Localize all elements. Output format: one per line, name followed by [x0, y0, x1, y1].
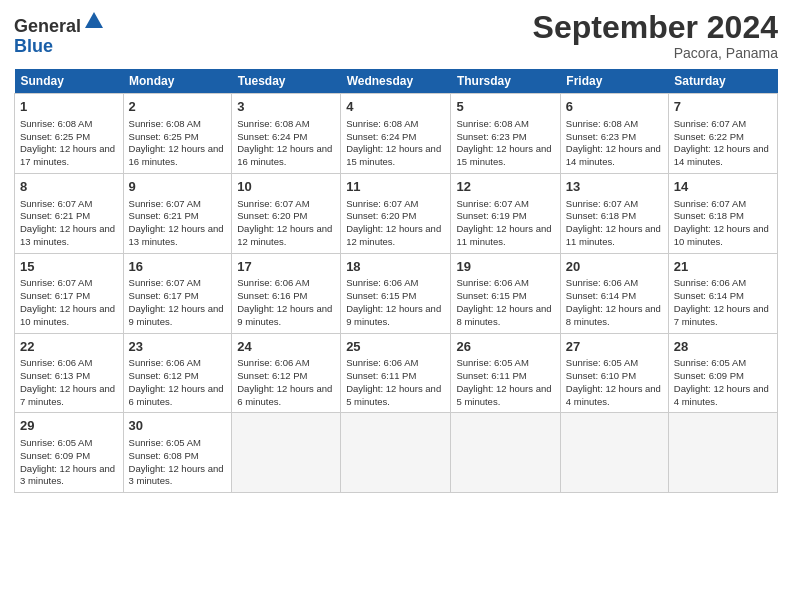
col-sunday: Sunday: [15, 69, 124, 94]
day-info: Sunrise: 6:08 AMSunset: 6:23 PMDaylight:…: [456, 118, 554, 169]
day-number: 9: [129, 178, 227, 196]
day-info: Sunrise: 6:08 AMSunset: 6:25 PMDaylight:…: [20, 118, 118, 169]
location: Pacora, Panama: [533, 45, 778, 61]
calendar-cell: 11Sunrise: 6:07 AMSunset: 6:20 PMDayligh…: [341, 173, 451, 253]
title-block: September 2024 Pacora, Panama: [533, 10, 778, 61]
day-info: Sunrise: 6:08 AMSunset: 6:25 PMDaylight:…: [129, 118, 227, 169]
day-info: Sunrise: 6:06 AMSunset: 6:12 PMDaylight:…: [237, 357, 335, 408]
day-number: 28: [674, 338, 772, 356]
day-number: 25: [346, 338, 445, 356]
calendar-cell: 18Sunrise: 6:06 AMSunset: 6:15 PMDayligh…: [341, 253, 451, 333]
day-number: 26: [456, 338, 554, 356]
day-number: 14: [674, 178, 772, 196]
day-info: Sunrise: 6:07 AMSunset: 6:21 PMDaylight:…: [20, 198, 118, 249]
calendar-cell: 30Sunrise: 6:05 AMSunset: 6:08 PMDayligh…: [123, 413, 232, 493]
calendar-cell: [560, 413, 668, 493]
calendar-cell: 7Sunrise: 6:07 AMSunset: 6:22 PMDaylight…: [668, 94, 777, 174]
calendar-cell: 26Sunrise: 6:05 AMSunset: 6:11 PMDayligh…: [451, 333, 560, 413]
col-tuesday: Tuesday: [232, 69, 341, 94]
day-number: 13: [566, 178, 663, 196]
day-info: Sunrise: 6:07 AMSunset: 6:18 PMDaylight:…: [674, 198, 772, 249]
calendar-cell: 16Sunrise: 6:07 AMSunset: 6:17 PMDayligh…: [123, 253, 232, 333]
day-number: 24: [237, 338, 335, 356]
header: General Blue September 2024 Pacora, Pana…: [14, 10, 778, 61]
day-info: Sunrise: 6:05 AMSunset: 6:10 PMDaylight:…: [566, 357, 663, 408]
day-info: Sunrise: 6:07 AMSunset: 6:17 PMDaylight:…: [129, 277, 227, 328]
day-info: Sunrise: 6:06 AMSunset: 6:13 PMDaylight:…: [20, 357, 118, 408]
day-info: Sunrise: 6:08 AMSunset: 6:24 PMDaylight:…: [346, 118, 445, 169]
day-number: 23: [129, 338, 227, 356]
col-saturday: Saturday: [668, 69, 777, 94]
calendar-cell: 1Sunrise: 6:08 AMSunset: 6:25 PMDaylight…: [15, 94, 124, 174]
calendar-cell: 15Sunrise: 6:07 AMSunset: 6:17 PMDayligh…: [15, 253, 124, 333]
calendar-cell: 8Sunrise: 6:07 AMSunset: 6:21 PMDaylight…: [15, 173, 124, 253]
col-wednesday: Wednesday: [341, 69, 451, 94]
day-number: 20: [566, 258, 663, 276]
calendar-cell: [232, 413, 341, 493]
calendar-cell: 29Sunrise: 6:05 AMSunset: 6:09 PMDayligh…: [15, 413, 124, 493]
day-info: Sunrise: 6:05 AMSunset: 6:08 PMDaylight:…: [129, 437, 227, 488]
day-number: 16: [129, 258, 227, 276]
calendar-week-5: 29Sunrise: 6:05 AMSunset: 6:09 PMDayligh…: [15, 413, 778, 493]
day-info: Sunrise: 6:07 AMSunset: 6:18 PMDaylight:…: [566, 198, 663, 249]
calendar-cell: 20Sunrise: 6:06 AMSunset: 6:14 PMDayligh…: [560, 253, 668, 333]
day-number: 11: [346, 178, 445, 196]
day-info: Sunrise: 6:08 AMSunset: 6:23 PMDaylight:…: [566, 118, 663, 169]
calendar-week-3: 15Sunrise: 6:07 AMSunset: 6:17 PMDayligh…: [15, 253, 778, 333]
day-info: Sunrise: 6:05 AMSunset: 6:09 PMDaylight:…: [20, 437, 118, 488]
day-number: 27: [566, 338, 663, 356]
logo-general-text: General: [14, 16, 81, 36]
day-info: Sunrise: 6:06 AMSunset: 6:15 PMDaylight:…: [456, 277, 554, 328]
calendar-week-4: 22Sunrise: 6:06 AMSunset: 6:13 PMDayligh…: [15, 333, 778, 413]
day-number: 7: [674, 98, 772, 116]
day-number: 15: [20, 258, 118, 276]
calendar-cell: 3Sunrise: 6:08 AMSunset: 6:24 PMDaylight…: [232, 94, 341, 174]
calendar-cell: 14Sunrise: 6:07 AMSunset: 6:18 PMDayligh…: [668, 173, 777, 253]
svg-marker-0: [85, 12, 103, 28]
day-number: 19: [456, 258, 554, 276]
month-title: September 2024: [533, 10, 778, 45]
calendar-cell: 17Sunrise: 6:06 AMSunset: 6:16 PMDayligh…: [232, 253, 341, 333]
day-info: Sunrise: 6:07 AMSunset: 6:17 PMDaylight:…: [20, 277, 118, 328]
calendar-cell: 4Sunrise: 6:08 AMSunset: 6:24 PMDaylight…: [341, 94, 451, 174]
day-number: 10: [237, 178, 335, 196]
calendar-cell: 10Sunrise: 6:07 AMSunset: 6:20 PMDayligh…: [232, 173, 341, 253]
calendar-week-1: 1Sunrise: 6:08 AMSunset: 6:25 PMDaylight…: [15, 94, 778, 174]
day-info: Sunrise: 6:06 AMSunset: 6:14 PMDaylight:…: [566, 277, 663, 328]
col-thursday: Thursday: [451, 69, 560, 94]
day-number: 17: [237, 258, 335, 276]
calendar-cell: 24Sunrise: 6:06 AMSunset: 6:12 PMDayligh…: [232, 333, 341, 413]
day-info: Sunrise: 6:05 AMSunset: 6:09 PMDaylight:…: [674, 357, 772, 408]
day-number: 2: [129, 98, 227, 116]
calendar-cell: 5Sunrise: 6:08 AMSunset: 6:23 PMDaylight…: [451, 94, 560, 174]
day-number: 12: [456, 178, 554, 196]
day-number: 1: [20, 98, 118, 116]
col-monday: Monday: [123, 69, 232, 94]
calendar-cell: 22Sunrise: 6:06 AMSunset: 6:13 PMDayligh…: [15, 333, 124, 413]
calendar-cell: 13Sunrise: 6:07 AMSunset: 6:18 PMDayligh…: [560, 173, 668, 253]
day-info: Sunrise: 6:06 AMSunset: 6:15 PMDaylight:…: [346, 277, 445, 328]
logo-icon: [83, 10, 105, 32]
calendar-cell: [451, 413, 560, 493]
day-info: Sunrise: 6:06 AMSunset: 6:12 PMDaylight:…: [129, 357, 227, 408]
calendar-cell: 2Sunrise: 6:08 AMSunset: 6:25 PMDaylight…: [123, 94, 232, 174]
day-number: 6: [566, 98, 663, 116]
calendar-cell: [668, 413, 777, 493]
day-number: 3: [237, 98, 335, 116]
calendar-table: Sunday Monday Tuesday Wednesday Thursday…: [14, 69, 778, 493]
page-container: General Blue September 2024 Pacora, Pana…: [0, 0, 792, 503]
day-number: 21: [674, 258, 772, 276]
logo-blue-text: Blue: [14, 36, 53, 56]
calendar-cell: [341, 413, 451, 493]
day-number: 30: [129, 417, 227, 435]
day-info: Sunrise: 6:06 AMSunset: 6:14 PMDaylight:…: [674, 277, 772, 328]
day-info: Sunrise: 6:06 AMSunset: 6:11 PMDaylight:…: [346, 357, 445, 408]
calendar-cell: 12Sunrise: 6:07 AMSunset: 6:19 PMDayligh…: [451, 173, 560, 253]
day-info: Sunrise: 6:06 AMSunset: 6:16 PMDaylight:…: [237, 277, 335, 328]
logo: General Blue: [14, 10, 105, 57]
calendar-cell: 23Sunrise: 6:06 AMSunset: 6:12 PMDayligh…: [123, 333, 232, 413]
calendar-week-2: 8Sunrise: 6:07 AMSunset: 6:21 PMDaylight…: [15, 173, 778, 253]
calendar-cell: 25Sunrise: 6:06 AMSunset: 6:11 PMDayligh…: [341, 333, 451, 413]
day-number: 5: [456, 98, 554, 116]
calendar-cell: 21Sunrise: 6:06 AMSunset: 6:14 PMDayligh…: [668, 253, 777, 333]
